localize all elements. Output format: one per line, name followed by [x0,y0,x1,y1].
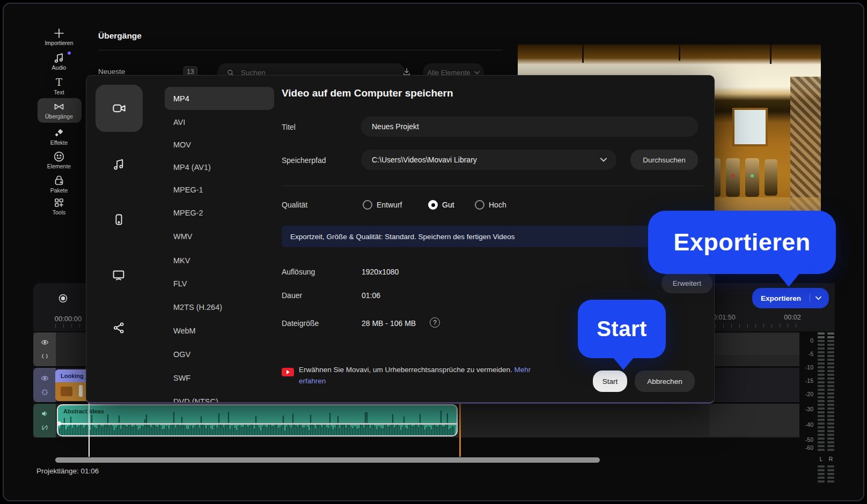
quality-option-entwurf[interactable]: Entwurf [363,200,402,210]
title-input[interactable] [361,116,698,137]
sidebar-item-label: Pakete [33,187,85,194]
radio-on-icon [428,200,438,210]
smiley-icon [53,150,65,163]
resolution-value: 1920x1080 [362,268,399,276]
browse-button[interactable]: Durchsuchen [630,150,698,170]
sidebar-item-effekte[interactable]: Effekte [33,127,85,146]
lane-highlight [709,404,799,436]
meter-scale-label: -60 [797,444,813,451]
sidebar-item-uebergaenge[interactable]: Übergänge [33,100,85,120]
duration-value: 01:06 [362,291,380,300]
sparkle-icon [53,127,65,139]
quality-option-label: Entwurf [377,201,402,209]
youtube-note-text: Erwähnen Sie Movavi, um Urheberrechtsans… [299,366,512,374]
format-item[interactable]: SWF [173,374,264,382]
format-item[interactable]: OGV [173,350,264,359]
audio-clip[interactable]: Abstract Ideas [57,404,458,436]
link-icon[interactable] [40,352,49,361]
video-clip-name: Looking_ [61,373,87,379]
sidebar-item-tools[interactable]: Tools [33,196,85,216]
meter-scale-label: -15 [797,377,813,384]
transition-bowtie-icon [53,100,65,113]
sidebar-item-label: Effekte [33,139,85,146]
eye-icon[interactable] [40,374,49,383]
meter-scale-label: -40 [797,421,813,428]
duration-label: Dauer [282,291,302,300]
meter-channel-left: L [818,456,825,462]
format-item[interactable]: DVD (NTSC) [173,397,264,404]
meter-scale-label: -10 [797,364,813,370]
youtube-icon [282,368,294,376]
record-icon[interactable] [57,293,69,304]
format-item[interactable]: MOV [173,140,264,149]
turnstile [745,158,759,197]
dialog-tab-share[interactable] [112,321,126,335]
dialog-tab-video[interactable] [95,85,143,132]
youtube-note: Erwähnen Sie Movavi, um Urheberrechtsans… [299,364,551,387]
ruler-label: 00:02 [776,314,809,321]
eye-icon[interactable] [40,338,49,347]
format-item[interactable]: WMV [173,232,264,241]
dialog-tab-tv[interactable] [111,268,126,283]
plus-icon [53,27,65,40]
meter-peak-block-left [818,465,825,483]
sidebar-item-pakete[interactable]: Pakete [33,174,85,194]
bag-plus-icon [53,174,65,187]
turnstile [726,158,740,197]
unlink-icon[interactable] [40,423,49,432]
speaker-icon[interactable] [40,409,49,418]
track-header-2 [33,368,56,402]
quality-option-label: Hoch [489,201,506,209]
info-banner-text: Exportzeit, Größe & Qualität: Standard. … [290,233,515,241]
start-button[interactable]: Start [593,370,627,392]
format-item[interactable]: MPEG-2 [173,209,264,217]
app-window: Importieren Audio T Text Übergänge Effek… [0,0,867,504]
format-item[interactable]: MKV [173,256,264,265]
quality-option-hoch[interactable]: Hoch [475,200,506,210]
sidebar-item-label: Audio [33,64,85,71]
sort-label[interactable]: Neueste [98,68,125,76]
format-item[interactable]: FLV [173,279,264,288]
volume-handle[interactable] [57,421,61,426]
horizontal-scrollbar[interactable] [55,457,600,463]
cancel-button[interactable]: Abbrechen [635,370,695,392]
lane-highlight [709,333,799,355]
motion-sparkle-icon[interactable] [40,388,49,397]
resolution-label: Auflösung [282,268,315,276]
dialog-divider [282,186,703,186]
dialog-tab-mobile[interactable] [112,212,126,227]
meter-column-right [827,332,834,451]
ceiling-rod [770,45,772,64]
advanced-button[interactable]: Erweitert [662,273,712,293]
path-select[interactable]: C:\Users\Videos\Movavi Library [361,150,616,170]
quality-option-label: Gut [442,201,454,209]
sidebar-item-label: Text [33,89,85,95]
project-length: Projektlänge: 01:06 [36,467,99,475]
help-icon[interactable]: ? [430,317,440,328]
quality-option-gut[interactable]: Gut [428,200,454,210]
format-item[interactable]: MP4 [173,94,264,103]
export-button[interactable]: Exportieren [752,288,829,308]
sidebar-item-elemente[interactable]: Elemente [33,150,85,169]
sidebar-item-importieren[interactable]: Importieren [33,27,85,46]
window [732,108,768,146]
sidebar-item-audio[interactable]: Audio [33,51,85,71]
meter-scale-label: -5 [797,351,813,357]
format-item[interactable]: AVI [173,118,264,127]
text-icon: T [53,76,65,89]
dialog-tab-audio[interactable] [112,157,126,172]
format-item[interactable]: MPEG-1 [173,186,264,194]
radio-off-icon [475,200,484,210]
start-callout-tail [613,357,634,370]
sidebar-item-text[interactable]: T Text [33,76,85,95]
meter-peak-block-right [827,465,834,483]
chevron-down-icon[interactable] [815,296,821,300]
audio-waveform [58,405,457,435]
format-item[interactable]: WebM [173,327,264,335]
volume-line[interactable] [58,423,458,425]
filesize-value: 28 MB - 106 MB [362,319,416,328]
video-camera-icon [111,100,127,116]
grid-plus-icon [53,196,65,209]
format-item[interactable]: MP4 (AV1) [173,163,264,172]
format-item[interactable]: M2TS (H.264) [173,303,264,312]
